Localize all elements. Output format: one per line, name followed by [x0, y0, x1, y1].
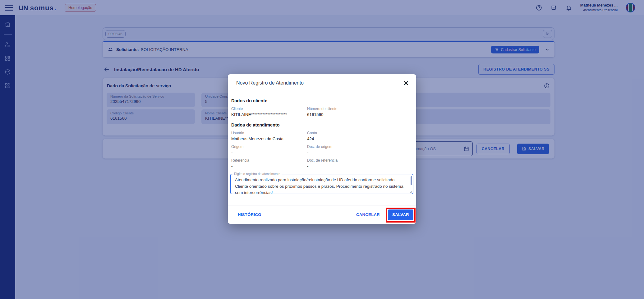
section-dados-cliente: Dados do cliente — [231, 98, 413, 103]
modal-field-conta: Conta 424 — [307, 131, 413, 141]
close-icon[interactable]: ✕ — [403, 80, 409, 86]
modal-field-cliente: Cliente KITILAINE********************** — [231, 107, 307, 117]
novo-registro-modal: Novo Registro de Atendimento ✕ Dados do … — [228, 74, 416, 224]
section-dados-atendimento: Dados de atendimento — [231, 122, 413, 127]
modal-save-button[interactable]: SALVAR — [388, 209, 413, 220]
registro-textarea-wrap: Digite o registro de atendimento Atendim… — [230, 174, 413, 194]
modal-footer: HISTÓRICO CANCELAR SALVAR — [228, 205, 416, 224]
registro-textarea[interactable]: Atendimento realizado para instalação/re… — [230, 174, 413, 194]
modal-title: Novo Registro de Atendimento — [236, 80, 304, 86]
modal-cancel-button[interactable]: CANCELAR — [356, 212, 380, 217]
modal-field-usuario: Usuário Matheus Menezes da Costa — [231, 131, 307, 141]
registro-textarea-label: Digite o registro de atendimento — [233, 172, 282, 176]
modal-body: Dados do cliente Cliente KITILAINE******… — [228, 92, 416, 194]
modal-field-origem: Origem - — [231, 145, 307, 155]
modal-field-numero-cliente: Número do cliente 6161560 — [307, 107, 413, 117]
modal-field-doc-origem: Doc. de origem - — [307, 145, 413, 155]
modal-field-doc-referencia: Doc. de referência - — [307, 158, 413, 168]
historico-button[interactable]: HISTÓRICO — [238, 212, 261, 217]
textarea-scrollbar[interactable] — [411, 176, 412, 185]
textarea-resize-handle[interactable] — [410, 191, 412, 193]
modal-field-referencia: Referência - — [231, 158, 307, 168]
modal-header: Novo Registro de Atendimento ✕ — [228, 74, 416, 92]
